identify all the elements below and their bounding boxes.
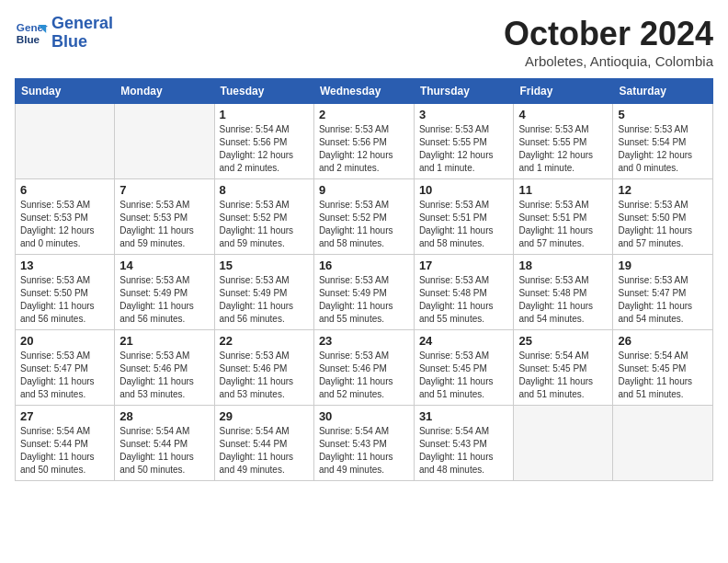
day-number: 31 bbox=[419, 409, 509, 423]
calendar-week-row: 1Sunrise: 5:54 AM Sunset: 5:56 PM Daylig… bbox=[16, 104, 713, 179]
day-detail: Sunrise: 5:53 AM Sunset: 5:55 PM Dayligh… bbox=[419, 123, 509, 175]
calendar-cell: 18Sunrise: 5:53 AM Sunset: 5:48 PM Dayli… bbox=[514, 255, 613, 330]
day-detail: Sunrise: 5:53 AM Sunset: 5:56 PM Dayligh… bbox=[319, 123, 409, 175]
day-number: 15 bbox=[220, 259, 309, 272]
day-detail: Sunrise: 5:53 AM Sunset: 5:53 PM Dayligh… bbox=[119, 199, 209, 250]
day-number: 17 bbox=[419, 259, 509, 272]
calendar-cell: 15Sunrise: 5:53 AM Sunset: 5:49 PM Dayli… bbox=[214, 255, 313, 330]
weekday-header-sunday: Sunday bbox=[16, 79, 115, 104]
calendar-cell: 1Sunrise: 5:54 AM Sunset: 5:56 PM Daylig… bbox=[214, 104, 313, 179]
weekday-header-row: SundayMondayTuesdayWednesdayThursdayFrid… bbox=[16, 79, 713, 104]
day-number: 14 bbox=[119, 259, 209, 272]
month-title: October 2024 bbox=[504, 15, 713, 53]
calendar-cell: 13Sunrise: 5:53 AM Sunset: 5:50 PM Dayli… bbox=[16, 255, 115, 330]
calendar-week-row: 6Sunrise: 5:53 AM Sunset: 5:53 PM Daylig… bbox=[16, 179, 713, 255]
day-detail: Sunrise: 5:53 AM Sunset: 5:46 PM Dayligh… bbox=[220, 350, 309, 401]
day-detail: Sunrise: 5:54 AM Sunset: 5:44 PM Dayligh… bbox=[20, 425, 109, 477]
day-number: 16 bbox=[319, 259, 409, 272]
calendar-cell: 2Sunrise: 5:53 AM Sunset: 5:56 PM Daylig… bbox=[313, 104, 414, 179]
day-number: 24 bbox=[419, 334, 509, 348]
day-detail: Sunrise: 5:53 AM Sunset: 5:54 PM Dayligh… bbox=[618, 123, 708, 175]
calendar-week-row: 20Sunrise: 5:53 AM Sunset: 5:47 PM Dayli… bbox=[16, 330, 713, 406]
weekday-header-thursday: Thursday bbox=[414, 79, 514, 104]
day-number: 11 bbox=[518, 183, 608, 197]
weekday-header-monday: Monday bbox=[115, 79, 214, 104]
calendar-cell: 3Sunrise: 5:53 AM Sunset: 5:55 PM Daylig… bbox=[414, 104, 514, 179]
calendar-cell bbox=[514, 406, 613, 481]
day-detail: Sunrise: 5:54 AM Sunset: 5:45 PM Dayligh… bbox=[618, 350, 708, 401]
calendar-cell: 11Sunrise: 5:53 AM Sunset: 5:51 PM Dayli… bbox=[514, 179, 613, 255]
calendar-cell: 14Sunrise: 5:53 AM Sunset: 5:49 PM Dayli… bbox=[115, 255, 214, 330]
day-number: 22 bbox=[220, 334, 309, 348]
day-number: 10 bbox=[419, 183, 509, 197]
calendar-cell: 16Sunrise: 5:53 AM Sunset: 5:49 PM Dayli… bbox=[313, 255, 414, 330]
calendar-cell bbox=[115, 104, 214, 179]
calendar-cell: 10Sunrise: 5:53 AM Sunset: 5:51 PM Dayli… bbox=[414, 179, 514, 255]
day-detail: Sunrise: 5:54 AM Sunset: 5:44 PM Dayligh… bbox=[220, 425, 309, 477]
calendar-cell: 5Sunrise: 5:53 AM Sunset: 5:54 PM Daylig… bbox=[613, 104, 713, 179]
day-detail: Sunrise: 5:53 AM Sunset: 5:47 PM Dayligh… bbox=[20, 350, 109, 401]
day-number: 9 bbox=[319, 183, 409, 197]
day-detail: Sunrise: 5:53 AM Sunset: 5:49 PM Dayligh… bbox=[319, 274, 409, 326]
svg-text:Blue: Blue bbox=[17, 33, 40, 45]
calendar-cell: 12Sunrise: 5:53 AM Sunset: 5:50 PM Dayli… bbox=[613, 179, 713, 255]
calendar-cell: 8Sunrise: 5:53 AM Sunset: 5:52 PM Daylig… bbox=[214, 179, 313, 255]
day-detail: Sunrise: 5:53 AM Sunset: 5:48 PM Dayligh… bbox=[518, 274, 608, 326]
day-detail: Sunrise: 5:53 AM Sunset: 5:47 PM Dayligh… bbox=[618, 274, 708, 326]
day-number: 28 bbox=[119, 409, 209, 423]
day-number: 8 bbox=[220, 183, 309, 197]
logo-icon: General Blue bbox=[15, 17, 48, 50]
day-detail: Sunrise: 5:54 AM Sunset: 5:44 PM Dayligh… bbox=[119, 425, 209, 477]
calendar-cell: 4Sunrise: 5:53 AM Sunset: 5:55 PM Daylig… bbox=[514, 104, 613, 179]
day-number: 19 bbox=[618, 259, 708, 272]
day-number: 3 bbox=[419, 108, 509, 121]
day-detail: Sunrise: 5:53 AM Sunset: 5:50 PM Dayligh… bbox=[618, 199, 708, 250]
weekday-header-wednesday: Wednesday bbox=[313, 79, 414, 104]
day-number: 7 bbox=[119, 183, 209, 197]
calendar-cell: 28Sunrise: 5:54 AM Sunset: 5:44 PM Dayli… bbox=[115, 406, 214, 481]
day-detail: Sunrise: 5:54 AM Sunset: 5:45 PM Dayligh… bbox=[518, 350, 608, 401]
calendar-cell: 30Sunrise: 5:54 AM Sunset: 5:43 PM Dayli… bbox=[313, 406, 414, 481]
day-detail: Sunrise: 5:53 AM Sunset: 5:46 PM Dayligh… bbox=[319, 350, 409, 401]
day-detail: Sunrise: 5:53 AM Sunset: 5:48 PM Dayligh… bbox=[419, 274, 509, 326]
day-detail: Sunrise: 5:53 AM Sunset: 5:49 PM Dayligh… bbox=[119, 274, 209, 326]
header: General Blue General Blue October 2024 A… bbox=[15, 15, 713, 69]
weekday-header-saturday: Saturday bbox=[613, 79, 713, 104]
weekday-header-tuesday: Tuesday bbox=[214, 79, 313, 104]
day-number: 6 bbox=[20, 183, 109, 197]
logo-text-line1: General bbox=[51, 15, 113, 33]
day-number: 2 bbox=[319, 108, 409, 121]
day-number: 23 bbox=[319, 334, 409, 348]
calendar-cell: 26Sunrise: 5:54 AM Sunset: 5:45 PM Dayli… bbox=[613, 330, 713, 406]
day-detail: Sunrise: 5:53 AM Sunset: 5:50 PM Dayligh… bbox=[20, 274, 109, 326]
calendar-cell: 29Sunrise: 5:54 AM Sunset: 5:44 PM Dayli… bbox=[214, 406, 313, 481]
day-detail: Sunrise: 5:53 AM Sunset: 5:55 PM Dayligh… bbox=[518, 123, 608, 175]
day-number: 26 bbox=[618, 334, 708, 348]
calendar-cell: 17Sunrise: 5:53 AM Sunset: 5:48 PM Dayli… bbox=[414, 255, 514, 330]
location-title: Arboletes, Antioquia, Colombia bbox=[504, 53, 713, 69]
day-number: 21 bbox=[119, 334, 209, 348]
calendar-cell: 19Sunrise: 5:53 AM Sunset: 5:47 PM Dayli… bbox=[613, 255, 713, 330]
day-number: 27 bbox=[20, 409, 109, 423]
day-detail: Sunrise: 5:54 AM Sunset: 5:43 PM Dayligh… bbox=[419, 425, 509, 477]
calendar-cell: 25Sunrise: 5:54 AM Sunset: 5:45 PM Dayli… bbox=[514, 330, 613, 406]
day-number: 5 bbox=[618, 108, 708, 121]
calendar-cell: 22Sunrise: 5:53 AM Sunset: 5:46 PM Dayli… bbox=[214, 330, 313, 406]
day-detail: Sunrise: 5:53 AM Sunset: 5:51 PM Dayligh… bbox=[419, 199, 509, 250]
day-detail: Sunrise: 5:53 AM Sunset: 5:53 PM Dayligh… bbox=[20, 199, 109, 250]
day-detail: Sunrise: 5:53 AM Sunset: 5:52 PM Dayligh… bbox=[319, 199, 409, 250]
day-number: 1 bbox=[220, 108, 309, 121]
calendar-cell bbox=[16, 104, 115, 179]
day-number: 18 bbox=[518, 259, 608, 272]
day-number: 30 bbox=[319, 409, 409, 423]
calendar-cell: 9Sunrise: 5:53 AM Sunset: 5:52 PM Daylig… bbox=[313, 179, 414, 255]
logo-text-line2: Blue bbox=[51, 33, 113, 52]
calendar-cell bbox=[613, 406, 713, 481]
day-detail: Sunrise: 5:53 AM Sunset: 5:52 PM Dayligh… bbox=[220, 199, 309, 250]
day-number: 25 bbox=[518, 334, 608, 348]
calendar-cell: 6Sunrise: 5:53 AM Sunset: 5:53 PM Daylig… bbox=[16, 179, 115, 255]
day-detail: Sunrise: 5:53 AM Sunset: 5:49 PM Dayligh… bbox=[220, 274, 309, 326]
calendar-cell: 24Sunrise: 5:53 AM Sunset: 5:45 PM Dayli… bbox=[414, 330, 514, 406]
calendar-cell: 21Sunrise: 5:53 AM Sunset: 5:46 PM Dayli… bbox=[115, 330, 214, 406]
calendar-cell: 27Sunrise: 5:54 AM Sunset: 5:44 PM Dayli… bbox=[16, 406, 115, 481]
